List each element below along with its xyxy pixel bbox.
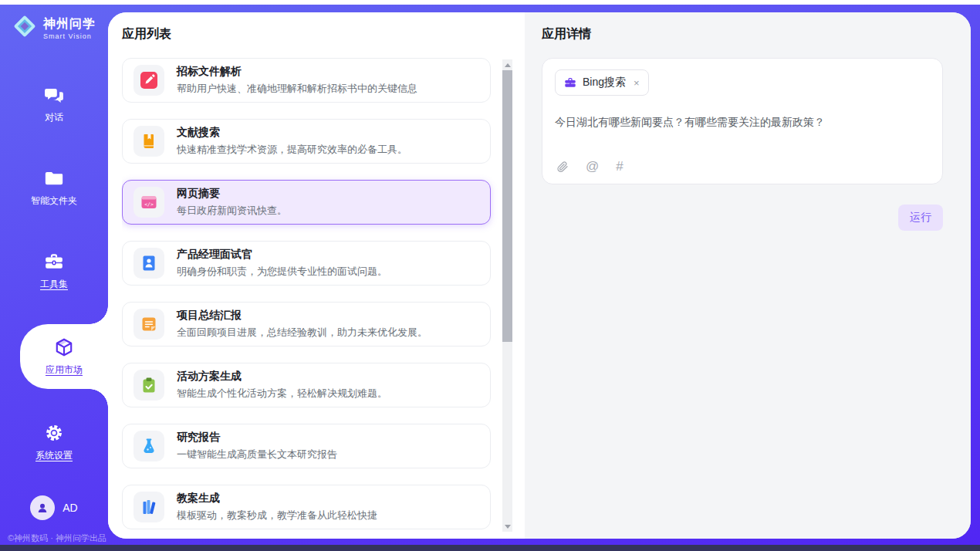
list-scrollbar[interactable]: [502, 59, 512, 532]
sidebar-item-label: 工具集: [40, 278, 68, 291]
app-card-bid-analysis[interactable]: 招标文件解析 帮助用户快速、准确地理解和解析招标书中的关键信息: [122, 58, 491, 103]
app-card-title: 活动方案生成: [177, 370, 387, 384]
diamond-logo-icon: [12, 14, 37, 42]
browser-code-icon: </>: [133, 187, 164, 218]
clipboard-check-icon: [133, 370, 164, 401]
at-icon[interactable]: @: [586, 160, 599, 173]
sidebar-item-smart-folder[interactable]: 智能文件夹: [0, 157, 108, 218]
tool-tag-label: Bing搜索: [583, 76, 626, 90]
app-card-desc: 每日政府新闻资讯快查。: [177, 204, 287, 218]
brand-logo: 神州问学 Smart Vision: [12, 14, 96, 42]
user-menu[interactable]: AD: [8, 495, 100, 520]
books-icon: [133, 492, 164, 522]
app-card-project-summary[interactable]: 项目总结汇报 全面回顾项目进展，总结经验教训，助力未来优化发展。: [122, 302, 491, 346]
prompt-card: Bing搜索 × 今日湖北有哪些新闻要点？有哪些需要关注的最新政策？ @#: [542, 58, 943, 184]
app-list-title: 应用列表: [122, 26, 525, 42]
run-button[interactable]: 运行: [898, 205, 943, 231]
sidebar-item-toolset[interactable]: 工具集: [0, 241, 108, 301]
cube-icon: [53, 336, 75, 358]
app-card-desc: 帮助用户快速、准确地理解和解析招标书中的关键信息: [177, 82, 417, 96]
app-card-desc: 全面回顾项目进展，总结经验教训，助力未来优化发展。: [177, 326, 427, 340]
brand-subtitle: Smart Vision: [43, 32, 96, 40]
sidebar-item-system-settings[interactable]: 系统设置: [0, 412, 108, 472]
user-avatar-icon: [30, 495, 55, 520]
app-card-web-summary[interactable]: </> 网页摘要 每日政府新闻资讯快查。: [122, 180, 491, 225]
query-input[interactable]: 今日湖北有哪些新闻要点？有哪些需要关注的最新政策？: [555, 116, 930, 130]
app-card-research-report[interactable]: 研究报告 一键智能生成高质量长文本研究报告: [122, 424, 491, 468]
app-card-desc: 一键智能生成高质量长文本研究报告: [177, 448, 337, 461]
flask-icon: [133, 431, 164, 461]
sidebar-item-label: 智能文件夹: [31, 194, 77, 208]
paperclip-icon[interactable]: [556, 161, 569, 173]
tool-tag-bing-search[interactable]: Bing搜索 ×: [555, 69, 649, 96]
scrollbar-thumb[interactable]: [502, 70, 512, 342]
svg-text:</>: </>: [144, 201, 154, 208]
chat-icon: [43, 84, 65, 106]
sidebar-item-label: 对话: [45, 111, 63, 124]
note-icon: [133, 309, 164, 340]
app-detail-panel: 应用详情 Bing搜索 × 今日湖北有哪些新闻要点？有哪些需要关注的最新政: [525, 12, 971, 539]
app-card-event-plan[interactable]: 活动方案生成 智能生成个性化活动方案，轻松解决规划难题。: [122, 363, 491, 407]
folder-icon: [43, 167, 65, 189]
close-icon[interactable]: ×: [634, 78, 640, 88]
app-list-panel: 应用列表 招标文件解析 帮助用户快速、准确地理解和解析招标书中的关键信息 文献搜…: [108, 12, 525, 539]
app-card-desc: 智能生成个性化活动方案，轻松解决规划难题。: [177, 387, 387, 401]
app-card-title: 文献搜索: [177, 126, 407, 140]
sidebar-item-chat[interactable]: 对话: [0, 74, 108, 134]
app-card-pm-interviewer[interactable]: 产品经理面试官 明确身份和职责，为您提供专业性的面试问题。: [122, 241, 491, 286]
app-card-title: 产品经理面试官: [177, 248, 387, 262]
gear-icon: [43, 422, 65, 444]
scroll-down-icon[interactable]: [502, 521, 512, 532]
person-doc-icon: [133, 248, 164, 279]
briefcase-icon: [564, 76, 576, 89]
scroll-up-icon[interactable]: [502, 59, 512, 70]
app-card-title: 教案生成: [177, 492, 377, 505]
app-card-desc: 明确身份和职责，为您提供专业性的面试问题。: [177, 265, 387, 279]
app-card-title: 项目总结汇报: [177, 309, 427, 323]
sidebar-item-label: 系统设置: [35, 449, 73, 462]
app-card-title: 招标文件解析: [177, 65, 417, 79]
pen-square-icon: [133, 65, 164, 96]
sidebar-item-label: 应用市场: [46, 363, 83, 377]
app-detail-title: 应用详情: [542, 26, 943, 42]
app-list: 招标文件解析 帮助用户快速、准确地理解和解析招标书中的关键信息 文献搜索 快速精…: [122, 58, 525, 535]
content-area: 应用列表 招标文件解析 帮助用户快速、准确地理解和解析招标书中的关键信息 文献搜…: [108, 12, 971, 539]
app-card-lesson-plan[interactable]: 教案生成 模板驱动，教案秒成，教学准备从此轻松快捷: [122, 485, 491, 529]
app-card-literature-search[interactable]: 文献搜索 快速精准查找学术资源，提高研究效率的必备工具。: [122, 119, 491, 164]
hash-icon[interactable]: #: [616, 160, 623, 173]
sidebar-nav: 对话 智能文件夹 工具集 应用市场 系统设置: [0, 74, 108, 495]
window-bottom-bar: [0, 545, 980, 551]
input-toolbar: @#: [556, 160, 623, 173]
toolbox-icon: [43, 251, 65, 272]
user-name: AD: [63, 502, 77, 514]
copyright-footer: ©神州数码 · 神州问学出品: [8, 532, 100, 544]
app-card-title: 网页摘要: [177, 187, 287, 201]
app-card-desc: 快速精准查找学术资源，提高研究效率的必备工具。: [177, 143, 407, 157]
app-card-desc: 模板驱动，教案秒成，教学准备从此轻松快捷: [177, 509, 377, 522]
sidebar-item-app-market[interactable]: 应用市场: [20, 324, 108, 389]
brand-name: 神州问学: [43, 16, 96, 32]
app-card-title: 研究报告: [177, 431, 337, 445]
sidebar: 神州问学 Smart Vision 对话 智能文件夹 工具集 应用市场 系统设置: [0, 5, 108, 545]
app-window: 神州问学 Smart Vision 对话 智能文件夹 工具集 应用市场 系统设置: [0, 5, 980, 545]
book-icon: [133, 126, 164, 157]
